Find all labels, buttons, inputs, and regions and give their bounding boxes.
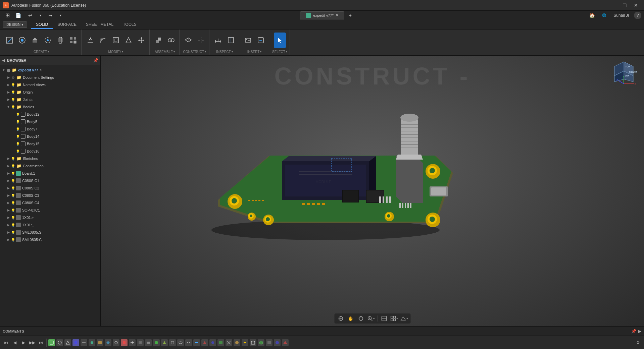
sketches-expand-arrow[interactable]: ▶ — [6, 156, 11, 161]
timeline-next-button[interactable]: ▶▶ — [28, 339, 36, 347]
environment-button[interactable]: ▾ — [400, 314, 408, 323]
timeline-op-24[interactable] — [234, 339, 240, 346]
timeline-op-17[interactable] — [177, 339, 184, 346]
viewport[interactable]: CONSTRUCT - — [101, 56, 644, 326]
tree-sop8-ic1[interactable]: ▶ 💡 SOP-8:IC1 — [0, 207, 100, 214]
body7-eye-icon[interactable]: 💡 — [15, 127, 20, 131]
c080s-c3-expand-arrow[interactable]: ▶ — [6, 193, 11, 198]
origin-eye-icon[interactable]: 💡 — [11, 90, 15, 95]
tree-sml0805-s[interactable]: ▶ 💡 SML0805:S — [0, 229, 100, 236]
timeline-op-28[interactable] — [266, 339, 273, 346]
timeline-op-16[interactable] — [169, 339, 176, 346]
timeline-op-29[interactable] — [274, 339, 281, 346]
tree-named-views[interactable]: ▶ 💡 📁 Named Views — [0, 81, 100, 89]
timeline-op-27[interactable] — [258, 339, 264, 346]
tree-body5[interactable]: ▶ 💡 Body5 — [0, 118, 100, 125]
1x01-plus-eye-icon[interactable]: 💡 — [11, 215, 15, 220]
tab-tools[interactable]: TOOLS — [118, 21, 141, 29]
file-tab[interactable]: expedit v77* ✕ — [300, 11, 344, 19]
close-button[interactable]: ✕ — [631, 1, 641, 10]
c080s-c1-expand-arrow[interactable]: ▶ — [6, 178, 11, 183]
maximize-button[interactable]: ☐ — [619, 1, 630, 10]
timeline-op-1[interactable] — [48, 339, 55, 346]
timeline-op-15[interactable] — [161, 339, 168, 346]
tree-sketches[interactable]: ▶ 💡 📁 Sketches — [0, 155, 100, 162]
tree-origin[interactable]: ▶ 💡 📁 Origin — [0, 89, 100, 96]
minimize-button[interactable]: – — [608, 1, 618, 10]
timeline-op-21[interactable] — [209, 339, 216, 346]
section-analysis-button[interactable] — [225, 33, 237, 48]
doc-settings-eye-icon[interactable]: ⚙ — [11, 75, 15, 80]
browser-pin-icon[interactable]: 📌 — [93, 58, 98, 63]
root-refresh-icon[interactable]: ↻ — [40, 68, 42, 72]
timeline-op-11[interactable] — [129, 339, 136, 346]
help-button[interactable]: ? — [634, 12, 641, 19]
comments-pin-icon[interactable]: 📌 — [631, 329, 636, 334]
body12-eye-icon[interactable]: 💡 — [15, 112, 20, 117]
tab-sheet-metal[interactable]: SHEET METAL — [81, 21, 118, 29]
construct-label-btn[interactable]: CONSTRUCT ▾ — [183, 50, 206, 54]
tree-c080s-c1[interactable]: ▶ 💡 C080S:C1 — [0, 177, 100, 184]
select-label[interactable]: SELECT ▾ — [272, 50, 287, 54]
browser-collapse-button[interactable]: ◀ — [2, 58, 5, 63]
tree-1x01-plus[interactable]: ▶ 💡 1X01:+ — [0, 214, 100, 221]
timeline-op-6[interactable] — [89, 339, 95, 346]
sml0805-c-eye-icon[interactable]: 💡 — [11, 237, 15, 242]
comments-expand-icon[interactable]: ▶ — [638, 329, 641, 334]
create-label[interactable]: CREATE ▾ — [34, 50, 49, 54]
timeline-settings-button[interactable]: ⚙ — [634, 339, 642, 347]
timeline-op-5[interactable] — [81, 339, 87, 346]
1x01-minus-expand-arrow[interactable]: ▶ — [6, 223, 11, 227]
assemble-label[interactable]: ASSEMBLE ▾ — [155, 50, 175, 54]
timeline-op-8[interactable] — [105, 339, 111, 346]
fillet-button[interactable] — [97, 33, 109, 48]
move-button[interactable] — [135, 33, 147, 48]
shell-button[interactable] — [110, 33, 122, 48]
bodies-eye-icon[interactable]: 💡 — [11, 105, 15, 109]
bodies-expand-arrow[interactable]: ▼ — [6, 105, 11, 109]
timeline-op-23[interactable] — [226, 339, 232, 346]
sketch-button[interactable] — [3, 33, 15, 48]
1x01-minus-eye-icon[interactable]: 💡 — [11, 223, 15, 227]
tree-body14[interactable]: ▶ 💡 Body14 — [0, 133, 100, 140]
insert-canvas-button[interactable] — [242, 33, 254, 48]
tree-root[interactable]: ▼ ⬤ 📁 expedit v77 ↻ — [0, 66, 100, 74]
tree-body16[interactable]: ▶ 💡 Body16 — [0, 148, 100, 155]
tree-board1[interactable]: ▶ 💡 Board:1 — [0, 170, 100, 177]
online-button[interactable]: 🌐 — [599, 11, 609, 20]
select-button[interactable] — [274, 33, 286, 48]
c080s-c1-eye-icon[interactable]: 💡 — [11, 178, 15, 183]
board1-eye-icon[interactable]: 💡 — [11, 171, 15, 176]
named-views-eye-icon[interactable]: 💡 — [11, 82, 15, 87]
press-pull-button[interactable] — [84, 33, 96, 48]
joints-eye-icon[interactable]: 💡 — [11, 97, 15, 102]
body5-eye-icon[interactable]: 💡 — [15, 119, 20, 124]
insert-decal-button[interactable] — [255, 33, 267, 48]
undo-button[interactable]: ↩ — [26, 11, 35, 20]
tree-bodies[interactable]: ▼ 💡 📁 Bodies — [0, 103, 100, 111]
board1-expand-arrow[interactable]: ▶ — [6, 171, 11, 176]
timeline-op-18[interactable] — [185, 339, 192, 346]
timeline-op-14[interactable] — [153, 339, 160, 346]
timeline-op-3[interactable] — [64, 339, 71, 346]
sop8-ic1-expand-arrow[interactable]: ▶ — [6, 208, 11, 213]
c080s-c4-eye-icon[interactable]: 💡 — [11, 200, 15, 205]
timeline-op-13[interactable] — [145, 339, 152, 346]
timeline-op-22[interactable] — [217, 339, 224, 346]
new-tab-button[interactable]: + — [346, 11, 355, 20]
tree-body15[interactable]: ▶ 💡 Body15 — [0, 140, 100, 148]
tree-body7[interactable]: ▶ 💡 Body7 — [0, 125, 100, 133]
timeline-op-9[interactable] — [113, 339, 119, 346]
create-form-button[interactable] — [16, 33, 28, 48]
tree-joints[interactable]: ▶ 💡 📁 Joints — [0, 96, 100, 103]
timeline-op-10[interactable] — [121, 339, 128, 346]
new-component-button[interactable] — [152, 33, 164, 48]
timeline-op-4[interactable] — [72, 339, 79, 346]
revolve-button[interactable] — [42, 33, 54, 48]
redo-button[interactable]: ↪ — [46, 11, 55, 20]
redo-arrow-button[interactable]: ▾ — [56, 11, 65, 20]
zoom-button[interactable]: ▾ — [366, 314, 375, 323]
extrude-button[interactable] — [29, 33, 41, 48]
insert-label[interactable]: INSERT ▾ — [247, 50, 262, 54]
pattern-button[interactable] — [67, 33, 79, 48]
